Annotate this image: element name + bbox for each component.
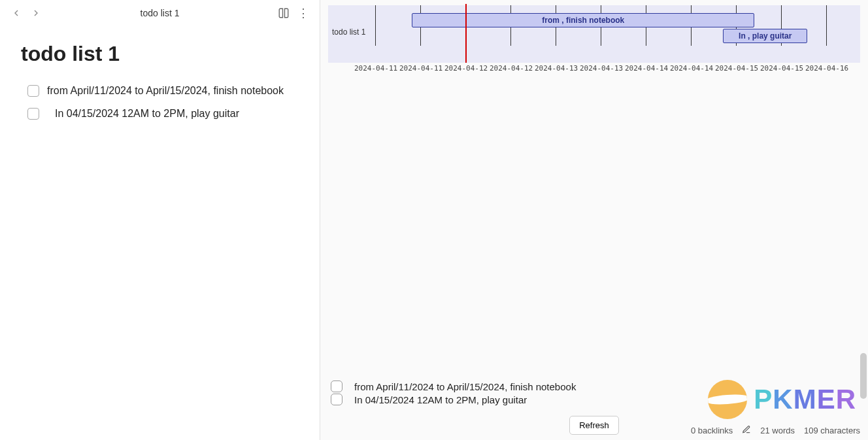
gantt-bar[interactable]: In , play guitar <box>723 29 807 43</box>
forward-button[interactable] <box>30 7 42 19</box>
gantt-date-axis: 2024-04-112024-04-112024-04-122024-04-12… <box>354 64 860 76</box>
watermark: PKMER <box>708 380 856 419</box>
tab-title: todo list 1 <box>50 8 270 18</box>
gantt-date-label: 2024-04-12 <box>444 64 488 73</box>
top-nav: todo list 1 ⋮ <box>0 0 320 26</box>
task-checkbox[interactable] <box>27 108 39 120</box>
gantt-date-label: 2024-04-14 <box>670 64 713 73</box>
char-count: 109 characters <box>804 426 860 435</box>
gantt-date-label: 2024-04-15 <box>760 64 803 73</box>
gantt-date-label: 2024-04-13 <box>535 64 578 73</box>
pkmer-logo-icon <box>708 380 747 419</box>
page-title: todo list 1 <box>21 42 299 66</box>
document-body[interactable]: todo list 1 from April/11/2024 to April/… <box>0 26 320 142</box>
gantt-wrap: todo list 1 from , finish notebookIn , p… <box>328 5 860 63</box>
task-row: In 04/15/2024 12AM to 2PM, play guitar <box>21 103 299 126</box>
gantt-playhead <box>465 4 467 63</box>
gantt-date-label: 2024-04-13 <box>580 64 623 73</box>
scrollbar-thumb[interactable] <box>860 353 867 399</box>
gantt-row-label: todo list 1 <box>332 27 365 37</box>
task-row: from April/11/2024 to April/15/2024, fin… <box>21 80 299 103</box>
status-bar: 0 backlinks 21 words 109 characters <box>691 425 860 436</box>
task-text[interactable]: In 04/15/2024 12AM to 2PM, play guitar <box>47 106 239 122</box>
more-menu-icon[interactable]: ⋮ <box>297 7 309 19</box>
gantt-date-label: 2024-04-11 <box>399 64 442 73</box>
gantt-date-label: 2024-04-14 <box>625 64 668 73</box>
refresh-button[interactable]: Refresh <box>569 416 619 435</box>
backlinks-count[interactable]: 0 backlinks <box>691 426 733 435</box>
gantt-date-label: 2024-04-12 <box>490 64 533 73</box>
gantt-date-label: 2024-04-11 <box>354 64 397 73</box>
gantt-date-label: 2024-04-16 <box>805 64 848 73</box>
gantt-bar[interactable]: from , finish notebook <box>412 13 754 27</box>
edit-icon[interactable] <box>742 425 751 436</box>
task-text[interactable]: from April/11/2024 to April/15/2024, fin… <box>47 83 284 99</box>
task-text: from April/11/2024 to April/15/2024, fin… <box>354 381 576 392</box>
timeline-pane: todo list 1 from , finish notebookIn , p… <box>320 0 868 440</box>
gantt-chart[interactable]: todo list 1 from , finish notebookIn , p… <box>320 0 868 82</box>
reading-mode-icon[interactable] <box>278 7 290 19</box>
task-checkbox[interactable] <box>27 85 39 97</box>
task-text: In 04/15/2024 12AM to 2PM, play guitar <box>354 394 527 405</box>
gantt-date-label: 2024-04-15 <box>715 64 758 73</box>
watermark-text: PKMER <box>754 384 856 415</box>
back-button[interactable] <box>10 7 22 19</box>
word-count: 21 words <box>760 426 795 435</box>
task-checkbox[interactable] <box>331 381 342 392</box>
editor-pane: todo list 1 ⋮ todo list 1 from April/11/… <box>0 0 320 440</box>
task-checkbox[interactable] <box>331 394 342 405</box>
